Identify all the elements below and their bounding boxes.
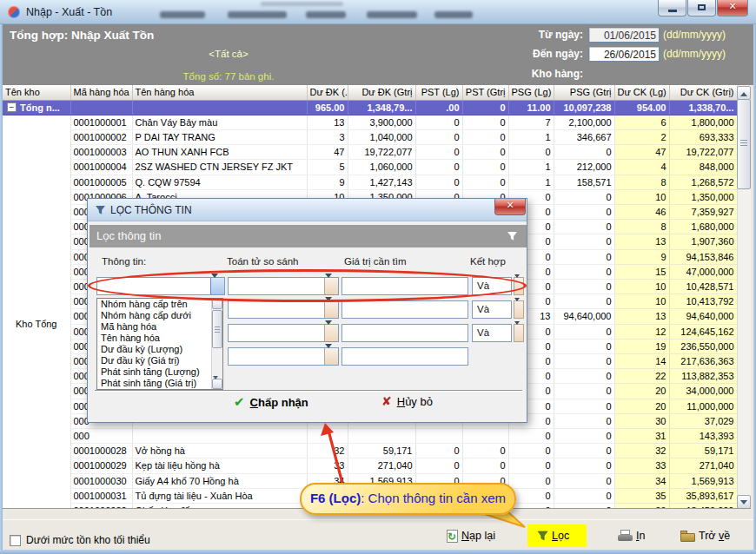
accept-button[interactable]: ✔ Chấp nhận — [234, 394, 308, 410]
value-input[interactable] — [342, 277, 468, 295]
scroll-down-icon — [213, 376, 218, 397]
date-format-hint: (dd/mm/yyyy) — [663, 29, 726, 41]
table-row[interactable]: 0001000003AO THUN XANH FCB4719,722,07700… — [3, 145, 737, 160]
scroll-down-button[interactable] — [737, 495, 751, 509]
chevron-down-icon[interactable] — [514, 324, 524, 342]
cell-pst_lg: 0 — [415, 175, 462, 189]
scrollbar-thumb[interactable] — [737, 99, 751, 189]
to-date-input[interactable] — [588, 46, 660, 62]
app-window: Nhập - Xuất - Tồn ✕ Tổng hợp: Nhập Xuất … — [0, 0, 756, 554]
collapse-minus-icon[interactable]: − — [7, 102, 17, 112]
total-row[interactable]: −Tổng n...965.001,348,79....00011.0010,0… — [3, 100, 737, 115]
operator-select[interactable] — [228, 347, 339, 366]
column-header[interactable]: Tên hàng hóa — [132, 85, 307, 100]
cell-psg_gt: 0 — [554, 458, 614, 473]
field-dropdown-list[interactable]: Nhóm hàng cấp trênNhóm hàng cấp dướiMã h… — [96, 298, 223, 390]
print-button[interactable]: In — [618, 525, 645, 546]
record-count: Tổng số: 77 bản ghi. — [81, 71, 376, 82]
dropdown-item[interactable]: Nhóm hàng cấp trên — [97, 299, 210, 310]
table-row[interactable]: 0001000005Q. CQW 9759491,427,143001158,5… — [3, 175, 737, 189]
dialog-close-button[interactable]: ✕ — [494, 199, 526, 215]
cell-du_ck_lg: 34 — [614, 473, 669, 488]
value-input[interactable] — [342, 300, 468, 319]
column-header[interactable]: Dư ĐK (... — [307, 85, 348, 100]
chevron-down-icon[interactable] — [324, 348, 338, 365]
cell-du_ck_gt: 113,882,353 — [669, 369, 737, 384]
chevron-down-icon[interactable] — [514, 277, 524, 295]
column-header[interactable]: Dư CK (Gtrị) — [669, 85, 737, 100]
value-input[interactable] — [342, 324, 468, 342]
title-bar: Nhập - Xuất - Tồn ✕ — [0, 0, 756, 24]
cell-du_ck_lg: 15 — [614, 264, 669, 279]
total-row-label: Tổng n... — [20, 102, 60, 113]
dropdown-item[interactable]: Nhóm hàng cấp dưới — [97, 310, 210, 321]
column-header[interactable]: Tên kho — [3, 85, 70, 100]
cancel-button[interactable]: ✘ Hủy bỏ — [381, 394, 433, 408]
column-header[interactable]: PSG (Gtrị — [554, 85, 614, 100]
chevron-down-icon[interactable] — [324, 301, 338, 318]
reload-button[interactable]: ↻ Nạp lại — [447, 525, 495, 546]
scroll-up-button[interactable] — [737, 86, 751, 100]
combine-select[interactable]: Và — [472, 300, 512, 319]
table-row[interactable]: 00010000042SZ WASHED CTN JERSEY FZ JKT51… — [3, 160, 737, 175]
operator-select[interactable] — [228, 300, 339, 319]
cell-psg_lg: 0 — [508, 458, 554, 473]
close-icon: ✕ — [495, 200, 525, 211]
filter-button[interactable]: Lọc — [537, 525, 569, 546]
from-date-label: Từ ngày: — [485, 29, 583, 41]
column-header[interactable]: PST (Lg) — [415, 85, 462, 100]
combine-label: Kết hợp — [470, 256, 506, 267]
column-header[interactable]: Dư CK (Lg) — [614, 85, 669, 100]
field-select[interactable] — [96, 277, 225, 295]
chevron-down-icon[interactable] — [324, 325, 338, 341]
operator-select[interactable] — [228, 324, 339, 342]
cell-pst_lg: 0 — [415, 145, 462, 160]
warehouse-name-cell: Kho Tổng — [3, 115, 70, 508]
scroll-down-button[interactable] — [212, 379, 222, 389]
chevron-down-icon[interactable] — [324, 278, 338, 294]
column-header[interactable]: Mã hàng hóa — [70, 85, 132, 100]
cell-du_ck_gt: 1,569,913 — [669, 473, 737, 488]
cell-psg_gt: 158,571 — [554, 175, 614, 189]
cell-name: Tủ đựng tài liệu - Xuân Hòa — [132, 488, 307, 503]
cell-code: 0001000031 — [70, 488, 132, 503]
maximize-button[interactable] — [687, 0, 716, 16]
combine-select[interactable]: Và — [472, 324, 512, 342]
total-cell-du_ck_lg: 954.00 — [614, 100, 669, 115]
dropdown-item[interactable]: Phát sinh tăng (Lượng) — [97, 366, 210, 378]
dropdown-item[interactable]: Dư đầu kỳ (Lượng) — [97, 344, 210, 355]
dropdown-item[interactable]: Phát sinh tăng (Giá trị) — [97, 378, 210, 389]
dropdown-scrollbar[interactable] — [211, 299, 222, 389]
column-header[interactable]: PSG (Lg) — [508, 85, 554, 100]
column-header[interactable]: Dư ĐK (Gtrị — [348, 85, 415, 100]
total-cell-du_ck_gt: 1,338,70... — [669, 100, 737, 115]
value-input[interactable] — [342, 347, 468, 366]
dropdown-item[interactable]: Dư đầu kỳ (Giá trị) — [97, 355, 210, 366]
dropdown-item[interactable]: Tên hàng hóa — [97, 333, 210, 344]
table-row[interactable]: 0001000002P DAI TAY TRANG31,040,00000134… — [3, 129, 737, 144]
folder-icon — [680, 531, 695, 542]
table-row[interactable]: 0001000029Kẹp tài liệu hồng hà33271,0400… — [3, 458, 737, 473]
table-row[interactable]: 0001000028Vở hồng hà3259,17100003259,171 — [3, 444, 737, 458]
cell-du_ck_lg: 9 — [614, 249, 669, 264]
back-button[interactable]: Trở về — [680, 525, 730, 546]
cell-psg_gt: 0 — [554, 353, 614, 368]
scrollbar-thumb[interactable] — [212, 310, 222, 348]
dropdown-item[interactable]: Mã hàng hóa — [97, 321, 210, 333]
chevron-down-icon[interactable] — [210, 278, 224, 294]
scroll-up-button[interactable] — [212, 299, 222, 309]
table-row[interactable]: Kho Tổng0001000001Chân Váy Bảy màu133,90… — [3, 115, 737, 129]
min-stock-checkbox[interactable] — [10, 535, 21, 546]
chevron-down-icon[interactable] — [514, 300, 524, 319]
cell-du_ck_gt: 1,907,360 — [669, 234, 737, 249]
operator-select[interactable] — [228, 277, 339, 295]
column-header[interactable]: PST (Gtrị — [462, 85, 508, 100]
from-date-input[interactable] — [588, 27, 660, 43]
cell-du_ck_lg: 4 — [614, 160, 669, 175]
minimize-button[interactable] — [658, 0, 686, 16]
combine-select[interactable]: Và — [472, 277, 512, 295]
cell-code: 000 — [70, 428, 132, 443]
table-row[interactable]: 0000031143,393 — [3, 428, 737, 443]
close-button[interactable]: ✕ — [717, 0, 748, 16]
spacer-cell — [70, 100, 132, 115]
